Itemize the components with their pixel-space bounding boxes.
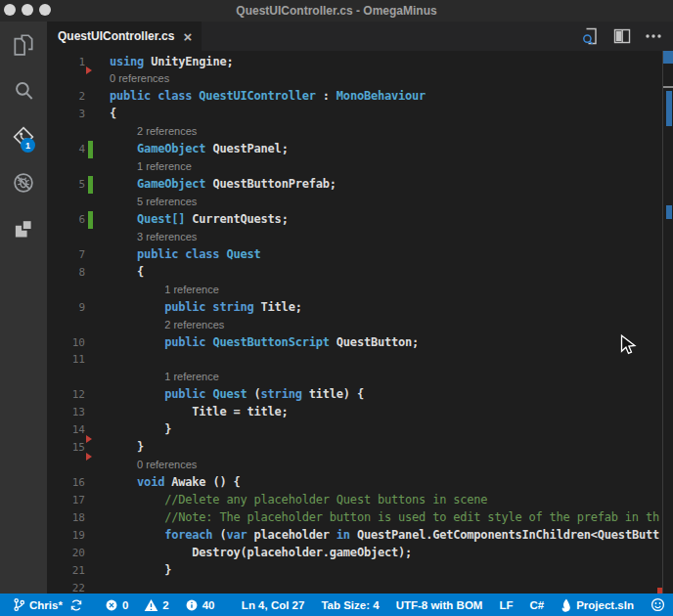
codelens-row[interactable]: 1 reference	[47, 369, 673, 386]
line-number[interactable]	[47, 457, 85, 474]
line-number[interactable]: 16	[47, 474, 85, 492]
sidebar-item-search[interactable]	[0, 67, 47, 113]
codelens-row[interactable]: 3 references	[47, 229, 673, 246]
code-row[interactable]: 17 //Delete any placeholder Quest button…	[47, 492, 673, 509]
code-row[interactable]: 20 Destroy(placeholder.gameObject);	[47, 545, 673, 562]
line-number[interactable]: 6	[47, 211, 85, 229]
codelens-row[interactable]: 0 references	[47, 457, 673, 474]
line-number[interactable]: 11	[47, 351, 85, 369]
line-number[interactable]: 15	[47, 439, 85, 457]
code-editor[interactable]: 1using UnityEngine;0 references2public c…	[47, 51, 673, 594]
line-number[interactable]: 14	[47, 421, 85, 439]
line-number[interactable]: 13	[47, 404, 85, 421]
git-branch-status[interactable]: Chris*	[13, 597, 63, 612]
line-number[interactable]: 22	[47, 580, 85, 594]
code-row[interactable]: 4 GameObject QuestPanel;	[47, 141, 673, 158]
codelens-link[interactable]: 3 references	[137, 231, 197, 242]
sidebar-item-debug[interactable]	[0, 159, 47, 205]
code-row[interactable]: 22	[47, 580, 673, 594]
code-row[interactable]: 13 Title = title;	[47, 404, 673, 421]
code-row[interactable]: 19 foreach (var placeholder in QuestPane…	[47, 527, 673, 545]
code-row[interactable]: 1using UnityEngine;	[47, 54, 673, 71]
more-actions-button[interactable]	[644, 26, 663, 46]
codelens-link[interactable]: 2 references	[164, 319, 224, 330]
line-number[interactable]	[47, 317, 85, 334]
codelens-row[interactable]: 2 references	[47, 317, 673, 334]
gutter-space	[88, 545, 93, 562]
activity-bar: 1	[0, 22, 47, 594]
sidebar-item-source-control[interactable]: 1	[0, 113, 47, 159]
code-row[interactable]: 21 }	[47, 562, 673, 580]
code-text: //Note: The placeholder button is used t…	[110, 509, 659, 527]
omnisharp-project-status[interactable]: Project.sln	[561, 598, 634, 612]
codelens-row[interactable]: 0 references	[47, 70, 673, 88]
codelens-link[interactable]: 1 reference	[164, 284, 219, 295]
line-number[interactable]: 18	[47, 509, 85, 527]
codelens-link[interactable]: 2 references	[137, 125, 197, 137]
codelens-row[interactable]: 5 references	[47, 194, 673, 211]
tab-size-status[interactable]: Tab Size: 4	[321, 599, 379, 611]
line-number[interactable]: 10	[47, 334, 85, 352]
code-row[interactable]: 18 //Note: The placeholder button is use…	[47, 509, 673, 527]
gutter-space	[88, 158, 93, 176]
codelens-link[interactable]: 1 reference	[137, 160, 192, 172]
code-row[interactable]: 6 Quest[] CurrentQuests;	[47, 211, 673, 229]
code-row[interactable]: 15 }	[47, 439, 673, 457]
code-row[interactable]: 3{	[47, 106, 673, 123]
line-number[interactable]	[47, 70, 85, 88]
line-number[interactable]: 7	[47, 246, 85, 264]
cursor-position-status[interactable]: Ln 4, Col 27	[242, 599, 305, 611]
encoding-status[interactable]: UTF-8 with BOM	[396, 599, 483, 611]
split-editor-button[interactable]	[612, 26, 632, 46]
sidebar-item-extensions[interactable]	[0, 205, 47, 251]
scrollbar-track[interactable]	[662, 51, 663, 594]
line-number[interactable]: 17	[47, 492, 85, 509]
line-number[interactable]: 8	[47, 264, 85, 282]
line-number[interactable]: 12	[47, 386, 85, 404]
line-number[interactable]: 4	[47, 141, 85, 158]
open-preview-button[interactable]	[581, 26, 601, 46]
gutter-space	[88, 492, 93, 509]
code-row[interactable]: 11	[47, 351, 673, 369]
code-row[interactable]: 14 }	[47, 421, 673, 439]
code-row[interactable]: 9 public string Title;	[47, 299, 673, 317]
tab-questuicontroller[interactable]: QuestUIController.cs ×	[47, 22, 202, 51]
code-row[interactable]: 7 public class Quest	[47, 246, 673, 264]
eol-status[interactable]: LF	[499, 599, 513, 611]
codelens-link[interactable]: 1 reference	[164, 371, 219, 382]
code-row[interactable]: 10 public QuestButtonScript QuestButton;	[47, 334, 673, 352]
sync-button[interactable]	[69, 598, 83, 612]
close-tab-icon[interactable]: ×	[183, 29, 192, 44]
line-number[interactable]: 9	[47, 299, 85, 317]
line-number[interactable]: 5	[47, 176, 85, 194]
line-number[interactable]: 21	[47, 562, 85, 580]
status-bar: Chris* 0 2	[0, 594, 673, 616]
code-row[interactable]: 5 GameObject QuestButtonPrefab;	[47, 176, 673, 194]
code-row[interactable]: 16 void Awake () {	[47, 474, 673, 492]
feedback-button[interactable]	[651, 597, 665, 612]
code-row[interactable]: 12 public Quest (string title) {	[47, 386, 673, 404]
codelens-row[interactable]: 1 reference	[47, 158, 673, 176]
line-number[interactable]: 1	[47, 54, 85, 71]
line-number[interactable]	[47, 123, 85, 141]
codelens-link[interactable]: 0 references	[110, 72, 169, 84]
line-number[interactable]	[47, 194, 85, 211]
line-number[interactable]: 3	[47, 106, 85, 123]
line-number[interactable]: 2	[47, 88, 85, 106]
line-number[interactable]	[47, 282, 85, 299]
line-number[interactable]: 19	[47, 527, 85, 545]
line-number[interactable]	[47, 229, 85, 246]
problems-status[interactable]: 0 2 40	[105, 598, 215, 612]
sidebar-item-explorer[interactable]	[0, 22, 47, 67]
codelens-row[interactable]: 2 references	[47, 123, 673, 141]
tab-label: QuestUIController.cs	[58, 29, 174, 43]
line-number[interactable]: 20	[47, 545, 85, 562]
codelens-link[interactable]: 0 references	[137, 459, 197, 470]
codelens-link[interactable]: 5 references	[137, 196, 197, 207]
code-row[interactable]: 2public class QuestUIController : MonoBe…	[47, 88, 673, 106]
codelens-row[interactable]: 1 reference	[47, 282, 673, 299]
line-number[interactable]	[47, 369, 85, 386]
line-number[interactable]	[47, 158, 85, 176]
code-row[interactable]: 8 {	[47, 264, 673, 282]
language-mode-status[interactable]: C#	[529, 599, 544, 611]
